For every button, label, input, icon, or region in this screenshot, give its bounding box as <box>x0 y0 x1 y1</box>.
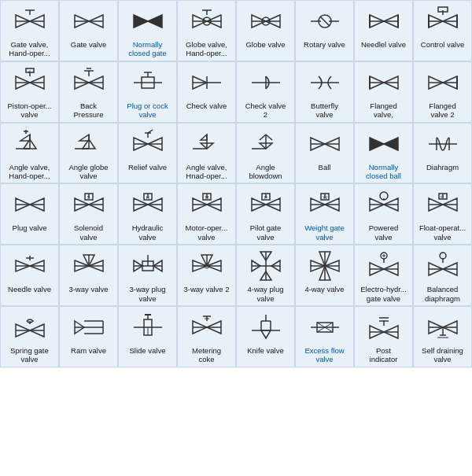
diaphragm-icon <box>426 127 460 161</box>
svg-text:H: H <box>146 195 149 200</box>
ram-valve-icon <box>72 310 106 345</box>
self-draining-valve-label: Self drainingvalve <box>422 346 463 364</box>
svg-line-91 <box>266 135 272 140</box>
spring-gate-valve-icon <box>13 310 47 345</box>
metering-coke-icon <box>190 310 224 345</box>
gate-valve-label: Gate valve <box>71 40 106 49</box>
svg-line-24 <box>320 17 330 26</box>
svg-text:#: # <box>441 194 443 199</box>
cell-solenoid-valve: S Solenoidvalve <box>59 183 118 245</box>
angle-globe-valve-label: Angle globevalve <box>68 163 108 181</box>
svg-marker-10 <box>148 15 162 28</box>
svg-point-189 <box>440 253 446 259</box>
flanged-valve-label: Flangedvalve, <box>370 101 396 120</box>
cell-metering-coke: Meteringcoke <box>177 306 236 367</box>
butterfly-valve-icon <box>308 65 342 100</box>
angle-blowdown-icon <box>249 127 283 161</box>
flanged-valve-icon <box>367 65 401 100</box>
self-draining-valve-icon <box>426 310 460 345</box>
ball-label: Ball <box>319 163 331 172</box>
4way-plug-valve-icon <box>249 249 283 283</box>
cell-powered-valve: Poweredvalve <box>354 183 413 245</box>
angle-globe-valve-icon <box>72 127 106 161</box>
plug-valve-icon <box>13 187 47 222</box>
cell-weight-gate-valve: W Weight gatevalve <box>295 183 354 245</box>
cell-normally-closed-ball: Normallyclosed ball <box>354 123 413 184</box>
float-operat-valve-label: Float-operat...valve <box>419 223 466 242</box>
cell-piston-oper-valve: # Piston-oper...valve <box>0 61 59 123</box>
globe-valve-hand-oper-label: Globe valve,Hand-oper... <box>186 40 227 58</box>
cell-check-valve: Check valve <box>177 61 236 123</box>
control-valve-icon <box>426 4 460 39</box>
svg-text:M: M <box>205 195 208 200</box>
cell-angle-globe-valve: Angle globevalve <box>59 123 118 184</box>
cell-self-draining-valve: Self drainingvalve <box>413 306 472 367</box>
ball-icon <box>308 127 342 161</box>
check-valve-label: Check valve <box>186 101 227 110</box>
svg-marker-9 <box>134 15 148 28</box>
cell-3way-valve: 3-way valve <box>59 245 118 306</box>
gate-valve-hand-oper-label: Gate valve,Hand-oper... <box>9 40 50 58</box>
solenoid-valve-label: Solenoidvalve <box>74 223 103 242</box>
gate-valve-icon <box>72 4 106 39</box>
cell-globe-valve: Globe valve <box>236 0 295 61</box>
flanged-valve-2-label: Flangedvalve 2 <box>429 101 455 120</box>
check-valve-2-icon <box>249 65 283 100</box>
normally-closed-gate-icon <box>131 4 165 39</box>
gate-valve-hand-oper-icon <box>13 4 47 39</box>
angle-valve-hand-oper-label: Angle valve,Hand-oper... <box>9 163 50 181</box>
4way-plug-valve-label: 4-way plugvalve <box>248 285 284 303</box>
4way-valve-icon <box>308 249 342 283</box>
cell-back-pressure: BackPressure <box>59 61 118 123</box>
cell-globe-valve-hand-oper: Globe valve,Hand-oper... <box>177 0 236 61</box>
cell-flanged-valve-2: Flangedvalve 2 <box>413 61 472 123</box>
needle-valve-icon <box>13 249 47 283</box>
rotary-valve-label: Rotary valve <box>304 40 345 49</box>
cell-diaphragm: Diahragm <box>413 123 472 184</box>
cell-plug-or-cock-valve: Plug or cockvalve <box>118 61 177 123</box>
4way-valve-label: 4-way valve <box>304 285 344 293</box>
3way-plug-valve-label: 3-way plugvalve <box>130 285 166 303</box>
cell-float-operat-valve: # Float-operat...valve <box>413 183 472 245</box>
cell-4way-plug-valve: 4-way plugvalve <box>236 245 295 306</box>
piston-oper-valve-label: Piston-oper...valve <box>8 101 52 120</box>
weight-gate-valve-icon: W <box>308 187 342 222</box>
hydraulic-valve-icon: H <box>131 187 165 222</box>
normally-closed-ball-label: Normallyclosed ball <box>366 163 401 181</box>
3way-valve-icon <box>72 249 106 283</box>
cell-4way-valve: 4-way valve <box>295 245 354 306</box>
weight-gate-valve-label: Weight gatevalve <box>304 223 345 242</box>
svg-marker-70 <box>20 135 30 141</box>
globe-valve-label: Globe valve <box>245 40 285 49</box>
electro-hydr-gate-label: Electro-hydr...gate valve <box>360 285 407 303</box>
balanced-diaphragm-label: Balanceddiaphragm <box>425 285 460 303</box>
balanced-diaphragm-icon <box>426 249 460 283</box>
cell-angle-blowdown: Angleblowdown <box>236 123 295 184</box>
control-valve-label: Control valve <box>421 40 464 49</box>
rotary-valve-icon <box>308 4 342 39</box>
svg-marker-96 <box>370 138 384 150</box>
slide-valve-label: Slide valve <box>130 346 166 355</box>
cell-spring-gate-valve: Spring gatevalve <box>0 306 59 367</box>
cell-ball: Ball <box>295 123 354 184</box>
pilot-gate-valve-label: Pilot gatevalve <box>250 223 282 242</box>
angle-valve-hnad-label: Angle valve,Hnad-oper... <box>186 163 227 181</box>
cell-post-indicator: Postindicator <box>354 306 413 367</box>
excess-flow-valve-icon <box>308 310 342 345</box>
svg-text:P: P <box>264 195 267 200</box>
angle-valve-hand-oper-icon <box>13 127 47 161</box>
needle-valve-label: Needle valve <box>8 285 51 293</box>
valve-grid: Gate valve,Hand-oper... Gate valve Norma… <box>0 0 472 367</box>
powered-valve-icon <box>367 187 401 222</box>
back-pressure-label: BackPressure <box>73 101 103 120</box>
cell-balanced-diaphragm: Balanceddiaphragm <box>413 245 472 306</box>
post-indicator-label: Postindicator <box>370 346 398 364</box>
angle-blowdown-label: Angleblowdown <box>249 163 282 181</box>
svg-marker-97 <box>384 138 398 150</box>
metering-coke-label: Meteringcoke <box>192 346 221 364</box>
cell-check-valve-2: Check valve2 <box>236 61 295 123</box>
normally-closed-gate-label: Normallyclosed gate <box>128 40 167 58</box>
post-indicator-icon <box>367 310 401 345</box>
cell-rotary-valve: Rotary valve <box>295 0 354 61</box>
cell-pilot-gate-valve: P Pilot gatevalve <box>236 183 295 245</box>
